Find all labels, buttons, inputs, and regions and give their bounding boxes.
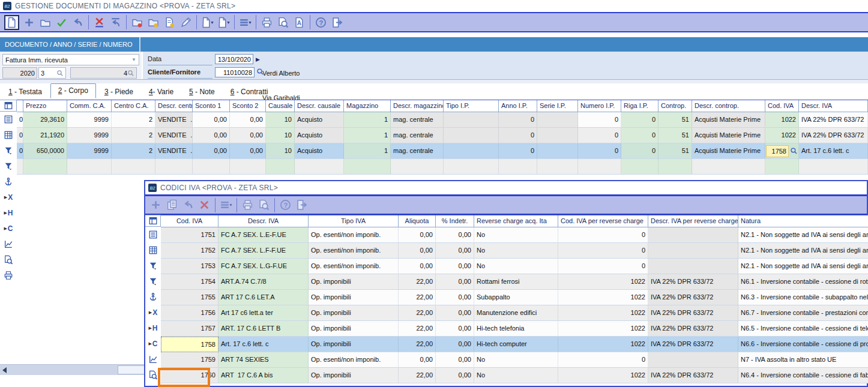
cell[interactable]: 1752 — [161, 243, 219, 259]
column-header-Prezzo[interactable]: Prezzo — [23, 100, 67, 112]
cell[interactable] — [444, 159, 499, 175]
cell[interactable]: 22,00 — [399, 290, 436, 305]
cod-iva-lookup-icon[interactable] — [790, 147, 798, 155]
cell[interactable]: 2 — [112, 143, 155, 159]
undo-button[interactable] — [180, 197, 196, 213]
cell[interactable]: Acquisto — [295, 128, 344, 143]
cell[interactable]: FC A.7 SEX. L.F-F.UE — [219, 243, 309, 259]
cell[interactable]: 0,00 — [399, 259, 436, 274]
cell[interactable]: 51 — [659, 143, 692, 159]
cell[interactable] — [537, 159, 578, 175]
cell[interactable]: Op. imponibili — [309, 290, 399, 305]
cell[interactable]: No — [474, 227, 558, 243]
column-header-Descr. controp.[interactable]: Descr. controp. — [692, 100, 765, 112]
cell[interactable] — [537, 112, 578, 128]
anno-field[interactable]: 2020 — [2, 67, 37, 79]
cell[interactable]: IVA 22% DPR 633/72 — [799, 112, 868, 128]
sidebar-icon-anchor[interactable] — [145, 289, 161, 305]
cell[interactable]: 0,00 — [193, 143, 230, 159]
cell[interactable] — [230, 159, 266, 175]
cell[interactable]: 1022 — [558, 305, 648, 321]
cell[interactable]: IVA 22% DPR 633/72 — [799, 128, 868, 143]
cell[interactable] — [193, 159, 230, 175]
exit-button[interactable] — [329, 14, 345, 31]
restore-row-button[interactable] — [107, 14, 124, 31]
table-row[interactable]: 1754ART.A.74 C.7/8Op. imponibili22,000,0… — [161, 274, 867, 290]
cell[interactable]: 0 — [17, 128, 23, 143]
cell[interactable]: 9999 — [67, 143, 112, 159]
cell[interactable]: 0,00 — [230, 112, 266, 128]
cell[interactable]: Op. imponibili — [309, 305, 399, 321]
cell[interactable]: Op. esenti/non imponib. — [309, 227, 399, 243]
table-row[interactable]: 1751FC A.7 SEX. L.E-F.UEOp. esenti/non i… — [161, 227, 867, 243]
cell[interactable]: 0 — [578, 128, 621, 143]
cell[interactable]: Op. esenti/non imponib. — [309, 243, 399, 259]
cell[interactable]: 1022 — [765, 112, 799, 128]
table-row[interactable] — [17, 159, 868, 175]
column-header-aliquota[interactable]: Aliquota — [399, 215, 436, 227]
cell[interactable]: No — [474, 243, 558, 259]
cell[interactable]: ART. 17 C.6 LETT B — [219, 321, 309, 337]
column-header-Comm. C.A.[interactable]: Comm. C.A. — [67, 100, 112, 112]
cell[interactable]: 0 — [499, 143, 537, 159]
cell[interactable]: Hi-tech telefonia — [474, 321, 558, 337]
cell[interactable]: Art. 17 c.6 lett. c — [799, 143, 868, 159]
column-header-cod-iva[interactable]: Cod. IVA — [161, 215, 219, 227]
cell[interactable] — [648, 352, 738, 368]
help-button[interactable] — [277, 197, 294, 213]
open-folder-button[interactable] — [37, 14, 53, 31]
import-red-button[interactable] — [129, 14, 145, 31]
cell[interactable]: Op. imponibili — [309, 368, 399, 383]
cell[interactable]: Acquisti Materie Prime — [692, 112, 765, 128]
cell[interactable]: IVA 22% DPR 633/72 — [648, 274, 738, 290]
date-next-icon[interactable]: ▶ — [256, 56, 260, 62]
sidebar-icon-grid-header[interactable] — [0, 100, 17, 112]
sidebar-icon-filter-alt[interactable] — [0, 158, 17, 174]
cell[interactable] — [444, 128, 499, 143]
column-header-tipo-iva[interactable]: Tipo IVA — [309, 215, 399, 227]
cell[interactable] — [765, 159, 799, 175]
cell[interactable]: 0 — [621, 112, 659, 128]
document-note-button[interactable] — [161, 14, 178, 31]
cell[interactable]: N6.5 - Inversione contabile - cessione d… — [738, 321, 868, 337]
cell[interactable]: Art. 17 c.6 lett. c — [219, 337, 309, 352]
cell[interactable]: 0 — [558, 259, 648, 274]
add-button[interactable] — [21, 14, 37, 31]
cell[interactable] — [67, 159, 112, 175]
cell[interactable]: IVA 22% DPR 633/72 — [648, 305, 738, 321]
cell[interactable] — [648, 243, 738, 259]
cell[interactable]: Manutenzione edifici — [474, 305, 558, 321]
scrollbar-thumb[interactable] — [118, 365, 145, 374]
import-yellow-button[interactable] — [145, 14, 161, 31]
cell[interactable]: Acquisti Materie Prime — [692, 143, 765, 159]
cell[interactable]: N7 - IVA assolta in altro stato UE — [738, 352, 868, 368]
serie-lookup-icon[interactable] — [56, 70, 64, 77]
cell[interactable]: N6.4 - Inversione contabile - cessione d… — [738, 368, 868, 383]
cell[interactable]: 1756 — [161, 305, 219, 321]
cell[interactable]: 0,00 — [436, 337, 474, 352]
column-header-Cod. IVA[interactable]: Cod. IVA — [765, 100, 799, 112]
cell[interactable]: 21,1920 — [23, 128, 67, 143]
sidebar-icon-filter[interactable] — [0, 143, 17, 158]
cell[interactable]: 9999 — [67, 112, 112, 128]
cell[interactable] — [499, 159, 537, 175]
cell[interactable]: 0,00 — [193, 128, 230, 143]
column-header-cut[interactable] — [17, 100, 23, 112]
table-row[interactable]: 1760ART 17 C.6 A bisOp. imponibili22,000… — [161, 368, 867, 383]
cell[interactable]: 1 — [344, 128, 391, 143]
cell[interactable]: Acquisto — [295, 143, 344, 159]
cell[interactable]: ART 74 SEXIES — [219, 352, 309, 368]
cell[interactable]: 0 — [558, 227, 648, 243]
column-header-Riga I.P.[interactable]: Riga I.P. — [621, 100, 659, 112]
sidebar-icon-grid-header[interactable] — [145, 215, 161, 227]
column-header-Numero I.P.[interactable]: Numero I.P. — [578, 100, 621, 112]
column-header-cod-iva-per-reverse-charge[interactable]: Cod. IVA per reverse charge — [558, 215, 648, 227]
cell[interactable]: 0,00 — [436, 274, 474, 290]
cell[interactable] — [295, 159, 344, 175]
cell[interactable]: Op. esenti/non imponib. — [309, 259, 399, 274]
confirm-button[interactable] — [53, 14, 70, 31]
cell[interactable]: N6.6 - Inversione contabile - cessione d… — [738, 337, 868, 352]
sidebar-icon-chart[interactable] — [0, 236, 17, 252]
column-header-Sconto 2[interactable]: Sconto 2 — [230, 100, 266, 112]
cell[interactable]: 0 — [558, 352, 648, 368]
